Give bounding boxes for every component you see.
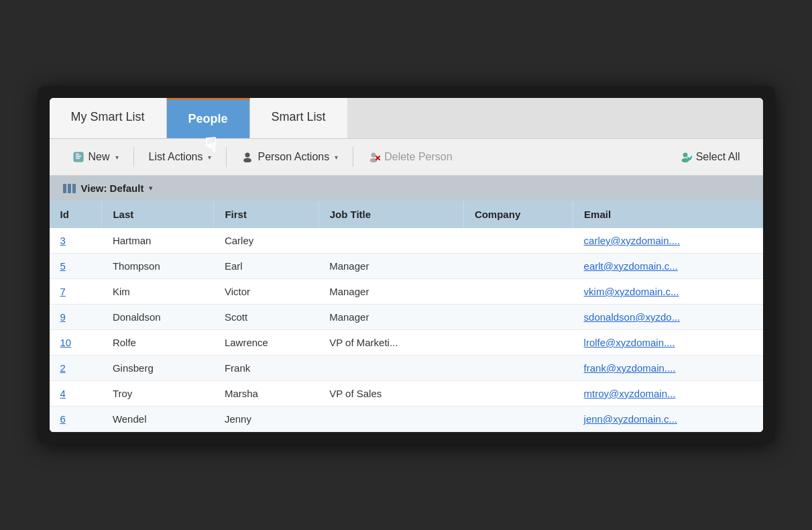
- email-link[interactable]: mtroy@xyzdomain...: [584, 388, 676, 399]
- tab-my-smart-list[interactable]: My Smart List: [50, 98, 167, 138]
- svg-point-10: [683, 153, 687, 158]
- email-link[interactable]: lrolfe@xyzdomain....: [584, 337, 675, 348]
- id-link[interactable]: 4: [60, 388, 66, 399]
- email-link[interactable]: carley@xyzdomain....: [584, 235, 681, 246]
- cell-id: 7: [50, 279, 102, 305]
- table-row: 6WendelJennyjenn@xyzdomain.c...: [50, 407, 763, 432]
- cell-last: Thompson: [102, 254, 214, 279]
- svg-point-6: [371, 153, 376, 158]
- cell-job-title: Manager: [318, 254, 463, 279]
- cell-first: Jenny: [214, 407, 318, 432]
- id-link[interactable]: 3: [60, 235, 66, 246]
- tab-bar: My Smart List People ☟ Smart List: [50, 98, 763, 139]
- email-link[interactable]: earlt@xyzdomain.c...: [584, 260, 678, 272]
- email-link[interactable]: vkim@xyzdomain.c...: [584, 286, 679, 297]
- cell-company: [463, 407, 573, 432]
- col-header-email: Email: [573, 201, 763, 228]
- cell-id: 4: [50, 381, 102, 407]
- cell-job-title: [318, 407, 463, 432]
- data-table-wrap: Id Last First Job Title Company Email 3H…: [50, 201, 763, 432]
- new-caret-icon: ▾: [115, 154, 119, 161]
- cell-company: [463, 254, 573, 279]
- table-row: 4TroyMarshaVP of Salesmtroy@xyzdomain...: [50, 381, 763, 407]
- app-inner: My Smart List People ☟ Smart List: [50, 98, 763, 432]
- cell-job-title: Manager: [318, 305, 463, 330]
- cell-email: sdonaldson@xyzdo...: [573, 305, 763, 330]
- cell-job-title: VP of Marketi...: [318, 330, 463, 356]
- cell-id: 9: [50, 305, 102, 330]
- tab-smart-list[interactable]: Smart List: [250, 98, 347, 138]
- id-link[interactable]: 6: [60, 413, 66, 425]
- cell-job-title: Manager: [318, 279, 463, 305]
- col-header-id: Id: [50, 201, 102, 228]
- email-link[interactable]: jenn@xyzdomain.c...: [584, 413, 677, 425]
- table-row: 7KimVictorManagervkim@xyzdomain.c...: [50, 279, 763, 305]
- separator-1: [133, 147, 134, 167]
- person-actions-caret-icon: ▾: [335, 154, 338, 161]
- svg-rect-1: [76, 154, 79, 155]
- table-row: 5ThompsonEarlManagerearlt@xyzdomain.c...: [50, 254, 763, 279]
- cell-first: Marsha: [214, 381, 318, 407]
- table-row: 9DonaldsonScottManagersdonaldson@xyzdo..…: [50, 305, 763, 330]
- cell-email: vkim@xyzdomain.c...: [573, 279, 763, 305]
- cell-last: Rolfe: [102, 330, 214, 356]
- cell-first: Scott: [214, 305, 318, 330]
- table-header-row: Id Last First Job Title Company Email: [50, 201, 763, 228]
- svg-point-4: [245, 153, 250, 158]
- cell-last: Hartman: [102, 228, 214, 254]
- list-actions-caret-icon: ▾: [208, 154, 211, 161]
- cell-first: Victor: [214, 279, 318, 305]
- cell-id: 6: [50, 407, 102, 432]
- select-all-icon: [680, 151, 692, 163]
- table-row: 10RolfeLawrenceVP of Marketi...lrolfe@xy…: [50, 330, 763, 356]
- separator-2: [226, 147, 227, 167]
- cell-first: Lawrence: [214, 330, 318, 356]
- view-grid-icon: [63, 184, 76, 193]
- id-link[interactable]: 10: [60, 337, 72, 348]
- cell-last: Donaldson: [102, 305, 214, 330]
- view-label[interactable]: View: Default: [81, 182, 144, 194]
- id-link[interactable]: 7: [60, 286, 66, 297]
- cell-email: carley@xyzdomain....: [573, 228, 763, 254]
- cell-company: [463, 330, 573, 356]
- cell-id: 5: [50, 254, 102, 279]
- cell-first: Earl: [214, 254, 318, 279]
- select-all-button[interactable]: Select All: [668, 146, 752, 168]
- separator-3: [353, 147, 353, 167]
- id-link[interactable]: 2: [60, 362, 66, 374]
- cell-last: Kim: [102, 279, 214, 305]
- email-link[interactable]: sdonaldson@xyzdo...: [584, 311, 681, 323]
- col-header-last: Last: [102, 201, 214, 228]
- new-icon: [72, 151, 84, 163]
- col-header-first: First: [214, 201, 318, 228]
- cell-first: Frank: [214, 356, 318, 381]
- id-link[interactable]: 9: [60, 311, 66, 323]
- cell-email: lrolfe@xyzdomain....: [573, 330, 763, 356]
- people-table: Id Last First Job Title Company Email 3H…: [50, 201, 763, 432]
- toolbar: New ▾ List Actions ▾ Person Actions ▾: [50, 139, 763, 176]
- cell-company: [463, 228, 573, 254]
- table-row: 2GinsbergFrankfrank@xyzdomain....: [50, 356, 763, 381]
- id-link[interactable]: 5: [60, 260, 66, 272]
- cell-job-title: VP of Sales: [318, 381, 463, 407]
- person-actions-button[interactable]: Person Actions ▾: [229, 146, 350, 168]
- col-header-company: Company: [463, 201, 573, 228]
- cell-email: frank@xyzdomain....: [573, 356, 763, 381]
- svg-rect-3: [76, 158, 80, 159]
- email-link[interactable]: frank@xyzdomain....: [584, 362, 676, 374]
- cell-id: 3: [50, 228, 102, 254]
- cell-id: 10: [50, 330, 102, 356]
- delete-person-button[interactable]: Delete Person: [356, 146, 464, 168]
- cell-email: earlt@xyzdomain.c...: [573, 254, 763, 279]
- new-button[interactable]: New ▾: [60, 146, 131, 168]
- cell-first: Carley: [214, 228, 318, 254]
- table-row: 3HartmanCarleycarley@xyzdomain....: [50, 228, 763, 254]
- cell-id: 2: [50, 356, 102, 381]
- tab-people[interactable]: People ☟: [167, 98, 250, 138]
- delete-person-icon: [368, 151, 380, 163]
- cell-job-title: [318, 356, 463, 381]
- cell-company: [463, 279, 573, 305]
- cell-email: jenn@xyzdomain.c...: [573, 407, 763, 432]
- cell-job-title: [318, 228, 463, 254]
- list-actions-button[interactable]: List Actions ▾: [137, 146, 224, 168]
